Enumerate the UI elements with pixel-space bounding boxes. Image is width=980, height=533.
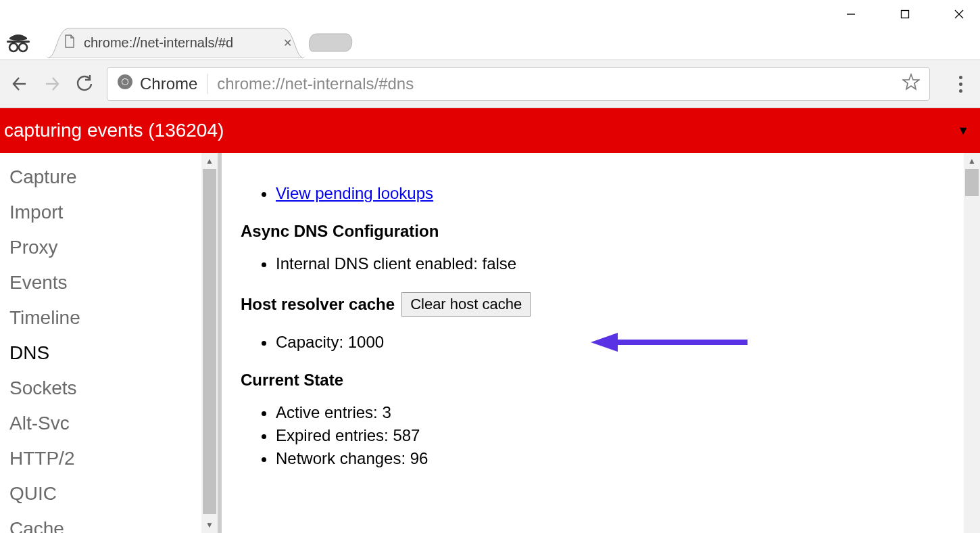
sidebar-scrollbar[interactable]: ▲ ▼ [201,153,218,533]
svg-marker-13 [903,74,919,89]
window-maximize-button[interactable] [889,4,921,24]
sidebar-item-sockets[interactable]: Sockets [9,371,218,406]
back-button[interactable] [9,74,30,94]
async-dns-heading: Async DNS Configuration [241,222,953,241]
forward-button[interactable] [42,74,62,94]
url-chip: Chrome [117,74,197,94]
browser-tab[interactable]: chrome://net-internals/#d ✕ [47,27,304,58]
svg-marker-15 [591,333,618,352]
svg-point-12 [122,79,128,85]
host-resolver-heading: Host resolver cache [241,295,395,314]
caret-down-icon[interactable]: ▼ [957,124,969,138]
status-text: capturing events (136204) [4,120,224,141]
tab-title: chrome://net-internals/#d [84,35,276,51]
url-text: chrome://net-internals/#dns [217,74,893,93]
sidebar-item-timeline[interactable]: Timeline [9,300,218,335]
clear-host-cache-button[interactable]: Clear host cache [401,292,531,317]
sidebar: Capture Import Proxy Events Timeline DNS… [0,153,222,533]
sidebar-item-quic[interactable]: QUIC [9,476,218,511]
content-area: Capture Import Proxy Events Timeline DNS… [0,153,980,533]
state-expired: Expired entries: 587 [276,426,953,445]
svg-rect-1 [902,11,909,18]
state-active: Active entries: 3 [276,403,953,422]
address-bar[interactable]: Chrome chrome://net-internals/#dns [107,67,930,101]
url-scheme-label: Chrome [140,74,197,93]
window-close-button[interactable] [944,4,975,24]
sidebar-item-cache[interactable]: Cache [9,511,218,533]
scrollbar-thumb[interactable] [965,169,979,196]
current-state-heading: Current State [241,371,953,390]
scroll-up-icon[interactable]: ▲ [201,153,218,169]
reload-button[interactable] [74,74,95,94]
state-network: Network changes: 96 [276,449,953,468]
scrollbar-thumb[interactable] [203,169,216,514]
tab-close-icon[interactable]: ✕ [283,37,292,49]
window-titlebar [0,0,980,27]
separator [207,74,207,94]
view-pending-lookups-link[interactable]: View pending lookups [276,184,433,202]
new-tab-button[interactable] [307,30,354,54]
tab-strip: chrome://net-internals/#d ✕ [0,27,980,60]
chrome-icon [117,74,133,94]
sidebar-item-events[interactable]: Events [9,265,218,300]
main-scrollbar[interactable]: ▲ [964,153,980,533]
sidebar-item-alt-svc[interactable]: Alt-Svc [9,406,218,441]
scroll-down-icon[interactable]: ▼ [201,517,218,533]
bookmark-star-icon[interactable] [902,73,920,95]
browser-menu-button[interactable] [950,76,971,93]
sidebar-item-proxy[interactable]: Proxy [9,230,218,265]
sidebar-item-http2[interactable]: HTTP/2 [9,441,218,476]
sidebar-item-dns[interactable]: DNS [9,335,218,371]
sidebar-item-import[interactable]: Import [9,195,218,230]
async-dns-item: Internal DNS client enabled: false [276,254,953,273]
browser-toolbar: Chrome chrome://net-internals/#dns [0,60,980,108]
window-minimize-button[interactable] [835,4,866,24]
scroll-up-icon[interactable]: ▲ [964,153,980,169]
page-icon [62,34,77,51]
status-banner[interactable]: capturing events (136204) ▼ [0,108,980,153]
sidebar-item-capture[interactable]: Capture [9,160,218,195]
annotation-arrow-icon [588,329,750,358]
